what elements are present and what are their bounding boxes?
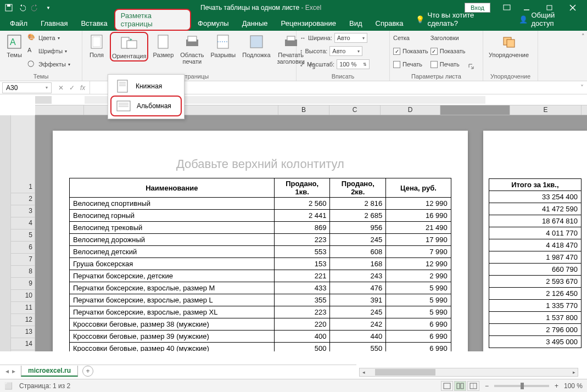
- tab-view[interactable]: Вид: [343, 16, 369, 31]
- scrollbar-thumb[interactable]: [375, 369, 435, 376]
- table-row[interactable]: Кроссовки беговые, размер 38 (мужские)22…: [70, 318, 451, 331]
- table-row[interactable]: 2 796 000: [489, 324, 581, 336]
- cancel-formula-icon[interactable]: ✕: [58, 84, 64, 92]
- tab-review[interactable]: Рецензирование: [275, 16, 343, 31]
- zoom-slider[interactable]: [494, 385, 549, 387]
- row-header[interactable]: 11: [11, 302, 35, 314]
- tab-home[interactable]: Главная: [34, 16, 74, 31]
- table-row[interactable]: Кроссовки беговые, размер 39 (мужские)40…: [70, 331, 451, 343]
- row-header[interactable]: 13: [11, 326, 35, 338]
- margins-button[interactable]: Поля: [86, 32, 108, 59]
- table-row[interactable]: 1 987 470: [489, 251, 581, 264]
- effects-button[interactable]: ◯Эффекты▾: [27, 58, 70, 70]
- page-break-view-icon[interactable]: [467, 381, 479, 391]
- header-placeholder[interactable]: Добавьте верхний колонтитул: [69, 147, 451, 178]
- height-select[interactable]: Авто▾: [329, 46, 362, 56]
- table-row[interactable]: 2 593 670: [489, 276, 581, 288]
- breaks-button[interactable]: Разрывы: [208, 32, 238, 59]
- redo-icon[interactable]: [31, 3, 40, 12]
- tab-formulas[interactable]: Формулы: [191, 16, 236, 31]
- table-row[interactable]: Велосипед детский5536087 990: [70, 246, 451, 258]
- table-row[interactable]: Велосипед трековый86995621 490: [70, 222, 451, 234]
- table-row[interactable]: Велосипед горный2 4412 68516 990: [70, 210, 451, 222]
- orientation-landscape[interactable]: Альбомная: [110, 96, 182, 116]
- col-C[interactable]: C: [329, 105, 381, 115]
- page-1[interactable]: Добавьте верхний колонтитул Наименование…: [53, 131, 468, 351]
- headings-view-checkbox[interactable]: ✓Показать: [431, 45, 466, 57]
- page-layout-view-icon[interactable]: [454, 381, 466, 391]
- horizontal-scrollbar[interactable]: ◂▸: [359, 368, 578, 377]
- table-row[interactable]: 660 790: [489, 264, 581, 276]
- row-header[interactable]: 10: [11, 290, 35, 302]
- table-row[interactable]: 4 418 470: [489, 239, 581, 251]
- row-header[interactable]: 9: [11, 278, 35, 290]
- add-sheet-button[interactable]: +: [82, 366, 93, 377]
- row-header[interactable]: 2: [11, 193, 35, 205]
- tab-file[interactable]: Файл: [3, 16, 34, 31]
- table-row[interactable]: Кроссовки беговые, размер 40 (мужские)50…: [70, 343, 451, 352]
- table-row[interactable]: 41 472 590: [489, 203, 581, 215]
- share-button[interactable]: 👤 Общий доступ: [513, 8, 584, 31]
- orientation-button[interactable]: Ориентация: [110, 32, 148, 61]
- fx-icon[interactable]: fx: [80, 84, 85, 92]
- table-row[interactable]: Перчатки боксерские, взрослые, размер XL…: [70, 306, 451, 318]
- row-header[interactable]: 1: [11, 181, 35, 193]
- save-icon[interactable]: [4, 3, 13, 12]
- background-button[interactable]: Подложка: [240, 32, 272, 59]
- data-table-2[interactable]: Итого за 1кв., 33 254 40041 472 59018 67…: [489, 178, 582, 348]
- undo-icon[interactable]: [18, 3, 26, 12]
- row-header[interactable]: 6: [11, 242, 35, 254]
- data-table[interactable]: НаименованиеПродано, 1кв.Продано, 2кв.Це…: [69, 178, 451, 351]
- tell-me-search[interactable]: 💡 Что вы хотите сделать?: [410, 8, 511, 31]
- table-row[interactable]: Перчатки боксерские, взрослые, размер M4…: [70, 282, 451, 294]
- tab-data[interactable]: Данные: [236, 16, 275, 31]
- expand-formula-icon[interactable]: ˅: [577, 84, 587, 92]
- table-row[interactable]: 1 537 800: [489, 312, 581, 324]
- gridlines-view-checkbox[interactable]: ✓Показать: [393, 45, 428, 57]
- qat-customize-icon[interactable]: ▼: [44, 3, 53, 12]
- col-D[interactable]: D: [381, 105, 440, 115]
- vertical-ruler[interactable]: [0, 115, 11, 351]
- arrange-button[interactable]: Упорядочение: [487, 32, 531, 59]
- name-box[interactable]: A30▾: [2, 82, 52, 93]
- table-row[interactable]: Велосипед спортивный2 5602 81612 990: [70, 198, 451, 210]
- table-row[interactable]: Велосипед дорожный22324517 990: [70, 234, 451, 246]
- row-header[interactable]: 5: [11, 229, 35, 242]
- scale-input[interactable]: 100 %⇅: [337, 59, 370, 69]
- record-macro-icon[interactable]: ⬜: [4, 382, 13, 390]
- collapse-ribbon-icon[interactable]: ˄: [582, 33, 585, 40]
- size-button[interactable]: Размер: [150, 32, 176, 59]
- sheet-tab[interactable]: microexcel.ru: [21, 366, 78, 377]
- table-row[interactable]: 4 011 770: [489, 227, 581, 239]
- row-header[interactable]: 8: [11, 266, 35, 278]
- row-header[interactable]: 14: [11, 338, 35, 350]
- zoom-in-icon[interactable]: +: [555, 382, 558, 390]
- row-header[interactable]: 12: [11, 314, 35, 326]
- table-row[interactable]: 3 495 000: [489, 336, 581, 348]
- orientation-portrait[interactable]: Книжная: [110, 77, 182, 96]
- print-area-button[interactable]: Область печати: [178, 32, 206, 66]
- normal-view-icon[interactable]: [441, 381, 453, 391]
- table-row[interactable]: Груша боксерская15316812 990: [70, 258, 451, 270]
- enter-formula-icon[interactable]: ✓: [69, 84, 75, 92]
- zoom-level[interactable]: 100 %: [564, 382, 583, 390]
- width-select[interactable]: Авто▾: [334, 33, 367, 43]
- sheet-nav-prev-icon[interactable]: ◂: [5, 367, 9, 375]
- row-header[interactable]: 4: [11, 217, 35, 229]
- zoom-out-icon[interactable]: −: [485, 382, 489, 390]
- table-row[interactable]: Перчатки боксерские, взрослые, размер L3…: [70, 294, 451, 306]
- row-header[interactable]: 3: [11, 205, 35, 217]
- headings-print-checkbox[interactable]: Печать: [431, 58, 466, 70]
- gridlines-print-checkbox[interactable]: Печать: [393, 58, 428, 70]
- tab-page-layout[interactable]: Разметка страницы: [114, 9, 191, 31]
- table-row[interactable]: 33 254 400: [489, 191, 581, 203]
- row-header[interactable]: 7: [11, 254, 35, 266]
- sheet-options-launcher-icon[interactable]: [468, 63, 476, 71]
- themes-button[interactable]: A Темы: [3, 32, 25, 59]
- sheet-nav-next-icon[interactable]: ▸: [12, 367, 15, 375]
- col-B[interactable]: B: [278, 105, 329, 115]
- fonts-button[interactable]: AШрифты▾: [27, 45, 70, 57]
- colors-button[interactable]: 🎨Цвета▾: [27, 32, 70, 44]
- table-row[interactable]: 2 126 450: [489, 288, 581, 300]
- tab-help[interactable]: Справка: [369, 16, 410, 31]
